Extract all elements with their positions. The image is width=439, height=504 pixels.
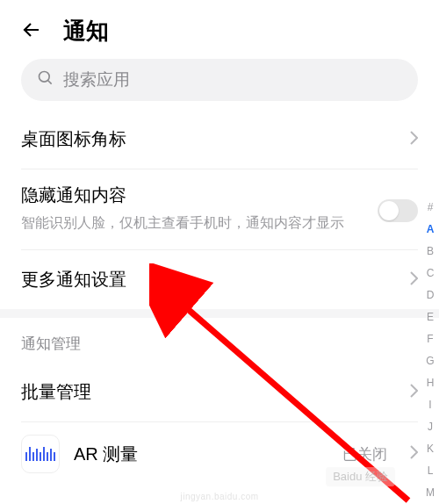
chevron-right-icon [410, 445, 418, 463]
alpha-index-item[interactable]: A [423, 219, 437, 241]
row-hide-content: 隐藏通知内容 智能识别人脸，仅机主查看手机时，通知内容才显示 [0, 169, 439, 249]
row-more-settings[interactable]: 更多通知设置 [0, 250, 439, 309]
app-icon-ruler [21, 435, 60, 473]
alpha-index-item[interactable]: E [423, 306, 437, 328]
section-notification-mgmt: 通知管理 [0, 318, 439, 363]
search-icon [37, 69, 54, 90]
toggle-hide-content[interactable] [378, 199, 418, 222]
alpha-index-item[interactable]: K [423, 438, 437, 460]
svg-point-0 [40, 72, 50, 83]
hide-title: 隐藏通知内容 [21, 184, 363, 207]
alpha-index-item[interactable]: M [423, 482, 437, 504]
chevron-right-icon [410, 131, 418, 148]
watermark-text: jingyan.baidu.com [180, 492, 258, 501]
hide-subtitle: 智能识别人脸，仅机主查看手机时，通知内容才显示 [21, 212, 363, 234]
alpha-index-item[interactable]: I [423, 394, 437, 416]
chevron-right-icon [410, 384, 418, 401]
alpha-index-item[interactable]: # [423, 197, 437, 219]
alpha-index-item[interactable]: J [423, 416, 437, 438]
back-icon[interactable] [21, 19, 42, 44]
row-batch-manage[interactable]: 批量管理 [0, 363, 439, 421]
row-icon-badge[interactable]: 桌面图标角标 [0, 110, 439, 169]
alpha-index-item[interactable]: B [423, 241, 437, 263]
alpha-index-item[interactable]: L [423, 460, 437, 482]
chevron-right-icon [410, 271, 418, 289]
alpha-index-item[interactable]: C [423, 263, 437, 284]
alpha-index[interactable]: #ABCDEFGHIJKLM [423, 197, 437, 504]
app-status: 已关闭 [342, 444, 387, 464]
alpha-index-item[interactable]: D [423, 284, 437, 306]
watermark-badge: Baidu 经验 [326, 467, 395, 486]
page-title: 通知 [63, 16, 109, 47]
row-label: 桌面图标角标 [21, 127, 410, 151]
alpha-index-item[interactable]: H [423, 372, 437, 394]
row-label: 更多通知设置 [21, 268, 410, 292]
row-label: 批量管理 [21, 380, 410, 404]
alpha-index-item[interactable]: F [423, 328, 437, 350]
section-break [0, 309, 439, 318]
search-input[interactable]: 搜索应用 [21, 59, 418, 101]
search-placeholder: 搜索应用 [63, 68, 130, 91]
app-name: AR 测量 [74, 443, 328, 466]
alpha-index-item[interactable]: G [423, 350, 437, 372]
